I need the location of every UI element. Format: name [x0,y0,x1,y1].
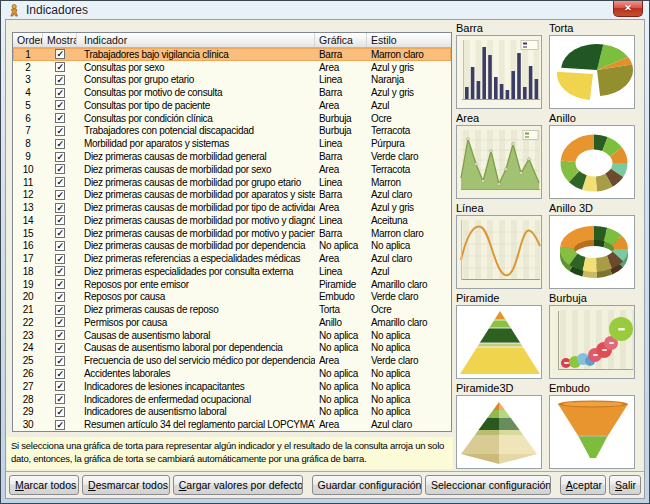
table-row[interactable]: 27✓Indicadores de lesiones incapacitante… [13,380,451,393]
checkbox-icon[interactable]: ✓ [55,279,65,289]
table-row[interactable]: 24✓Causas de ausentismo laboral por depe… [13,342,451,355]
row-mostrar: ✓ [43,381,77,391]
button-seleccionar-configuracion[interactable]: Seleccionar configuración [425,475,551,495]
header-mostrar[interactable]: Mostrar [43,33,77,47]
checkbox-icon[interactable]: ✓ [55,190,65,200]
checkbox-icon[interactable]: ✓ [55,177,65,187]
checkbox-icon[interactable]: ✓ [55,369,65,379]
row-estilo: Púrpura [367,138,451,149]
checkbox-icon[interactable]: ✓ [55,330,65,340]
row-grafica: Linea [315,215,367,226]
table-row[interactable]: 19✓Reposos por ente emisorPiramideAmaril… [13,278,451,291]
row-mostrar: ✓ [43,292,77,302]
table-row[interactable]: 7✓Trabajadores con potencial discapacida… [13,125,451,138]
row-estilo: Marron claro [367,228,451,239]
row-estilo: Amarillo claro [367,317,451,328]
row-orden: 16 [13,240,43,251]
table-row[interactable]: 17✓Diez primeras referencias a especiali… [13,252,451,265]
table-row[interactable]: 10✓Diez primeras causas de morbilidad po… [13,163,451,176]
header-indicador[interactable]: Indicador [77,33,315,47]
header-estilo[interactable]: Estilo [367,33,451,47]
row-mostrar: ✓ [43,88,77,98]
table-row[interactable]: 28✓Indicadores de enfermedad ocupacional… [13,393,451,406]
button-guardar-configuracion[interactable]: Guardar configuración [312,475,422,495]
checkbox-icon[interactable]: ✓ [55,215,65,225]
checkbox-icon[interactable]: ✓ [55,62,65,72]
bar-chart-icon [457,36,542,109]
row-grafica: Area [315,62,367,73]
button-desmarcar-todos[interactable]: Desmarcar todos [82,475,170,495]
header-orden[interactable]: Orden [13,33,43,47]
checkbox-icon[interactable]: ✓ [55,241,65,251]
checkbox-icon[interactable]: ✓ [55,317,65,327]
table-row[interactable]: 25✓Frecuencia de uso del servicio médico… [13,354,451,367]
checkbox-icon[interactable]: ✓ [55,152,65,162]
preview-linea: Línea [456,202,544,292]
checkbox-icon[interactable]: ✓ [55,100,65,110]
table-row[interactable]: 8✓Morbilidad por aparatos y sistemasLine… [13,137,451,150]
checkbox-icon[interactable]: ✓ [55,113,65,123]
table-row[interactable]: 12✓Diez primeras causas de morbilidad po… [13,188,451,201]
row-orden: 3 [13,74,43,85]
checkbox-icon[interactable]: ✓ [55,203,65,213]
checkbox-icon[interactable]: ✓ [55,407,65,417]
checkbox-icon[interactable]: ✓ [55,228,65,238]
checkbox-icon[interactable]: ✓ [55,343,65,353]
row-estilo: Azul [367,266,451,277]
table-row[interactable]: 20✓Reposos por causaEmbudoVerde claro [13,291,451,304]
checkbox-icon[interactable]: ✓ [55,75,65,85]
table-row[interactable]: 13✓Diez primeras causas de morbilidad po… [13,201,451,214]
table-row[interactable]: 5✓Consultas por tipo de pacienteAreaAzul [13,99,451,112]
table-row[interactable]: 6✓Consultas por condición clínicaBurbuja… [13,112,451,125]
table-row[interactable]: 3✓Consultas por grupo etarioLineaNaranja [13,74,451,87]
checkbox-icon[interactable]: ✓ [55,88,65,98]
checkbox-icon[interactable]: ✓ [55,126,65,136]
row-grafica: Torta [315,304,367,315]
row-estilo: No aplica [367,240,451,251]
chart-preview-panel: Barra Torta [456,22,642,472]
title-bar[interactable]: Indicadores ✕ [1,1,649,19]
table-row[interactable]: 15✓Diez primeras causas de morbilidad po… [13,227,451,240]
row-grafica: Area [315,355,367,366]
header-grafica[interactable]: Gráfica [315,33,367,47]
table-row[interactable]: 16✓Diez primeras causas de morbilidad po… [13,239,451,252]
row-orden: 15 [13,228,43,239]
funnel-chart-icon [550,396,635,469]
table-row[interactable]: 18✓Diez primeras especialidades por cons… [13,265,451,278]
row-grafica: No aplica [315,394,367,405]
row-grafica: Barra [315,87,367,98]
row-estilo: Azul [367,100,451,111]
checkbox-icon[interactable]: ✓ [55,164,65,174]
checkbox-icon[interactable]: ✓ [55,305,65,315]
checkbox-icon[interactable]: ✓ [55,420,65,430]
table-row[interactable]: 11✓Diez primeras causas de morbilidad po… [13,176,451,189]
checkbox-icon[interactable]: ✓ [55,356,65,366]
button-marcar-todos[interactable]: Marcar todos [9,475,79,495]
button-aceptar[interactable]: Aceptar [560,475,606,495]
row-indicador: Causas de ausentismo laboral [77,330,315,341]
row-estilo: Ocre [367,304,451,315]
table-row[interactable]: 4✓Consultas por motivo de consultaBarraA… [13,86,451,99]
button-salir[interactable]: Salir [609,475,641,495]
checkbox-icon[interactable]: ✓ [55,266,65,276]
table-row[interactable]: 2✓Consultas por sexoAreaAzul y gris [13,61,451,74]
table-row[interactable]: 14✓Diez primeras causas de morbilidad po… [13,214,451,227]
table-row[interactable]: 26✓Accidentes laboralesNo aplicaNo aplic… [13,367,451,380]
row-orden: 10 [13,164,43,175]
table-row[interactable]: 30✓Resumen artículo 34 del reglamento pa… [13,418,451,431]
checkbox-icon[interactable]: ✓ [55,394,65,404]
button-cargar-valores-por-defecto[interactable]: Cargar valores por defecto [173,475,303,495]
row-orden: 11 [13,177,43,188]
table-row[interactable]: 1✓Trabajadores bajo vigilancia clínicaBa… [13,48,451,61]
checkbox-icon[interactable]: ✓ [55,49,65,59]
close-button[interactable]: ✕ [613,1,643,17]
table-row[interactable]: 9✓Diez primeras causas de morbilidad gen… [13,150,451,163]
checkbox-icon[interactable]: ✓ [55,254,65,264]
table-row[interactable]: 21✓Diez primeras causas de reposoTortaOc… [13,303,451,316]
checkbox-icon[interactable]: ✓ [55,139,65,149]
table-row[interactable]: 29✓Indicadores de ausentismo laboralNo a… [13,405,451,418]
table-row[interactable]: 23✓Causas de ausentismo laboralNo aplica… [13,329,451,342]
table-row[interactable]: 22✓Permisos por causaAnilloAmarillo clar… [13,316,451,329]
checkbox-icon[interactable]: ✓ [55,381,65,391]
checkbox-icon[interactable]: ✓ [55,292,65,302]
